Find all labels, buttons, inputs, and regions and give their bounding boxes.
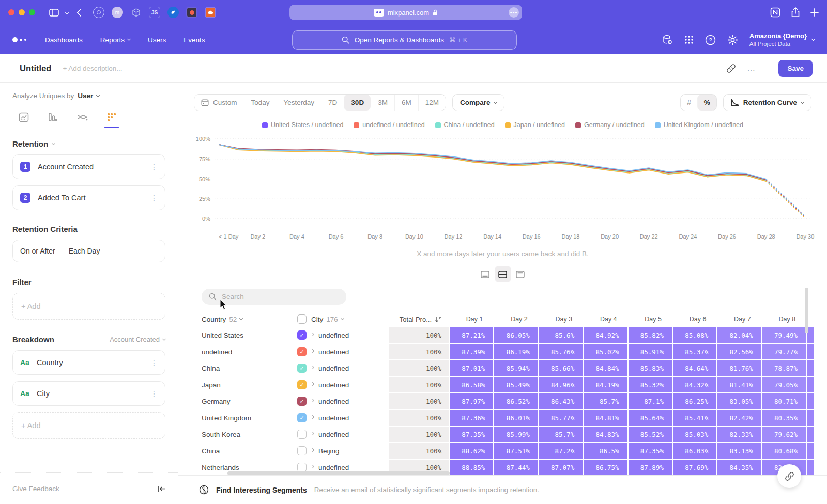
format-percent-button[interactable]: % — [697, 94, 716, 111]
retention-value-cell[interactable]: 80.68% — [762, 443, 806, 459]
retention-value-cell[interactable]: 87.69% — [673, 460, 716, 475]
extension-cloud-icon[interactable] — [205, 7, 216, 18]
retention-value-cell[interactable]: 82.42% — [717, 410, 761, 426]
range-30d[interactable]: 30D — [344, 94, 371, 111]
legend-item[interactable]: Germany / undefined — [575, 121, 645, 129]
legend-item[interactable]: United Kingdom / undefined — [655, 121, 743, 129]
retention-step-2[interactable]: 2 Added To Cart ⋮ — [12, 185, 165, 210]
retention-value-cell[interactable]: 84.84% — [584, 360, 627, 376]
row-series-checkbox[interactable]: ✓ — [297, 347, 307, 356]
retention-value-cell[interactable]: 85.64% — [629, 410, 672, 426]
retention-value-cell[interactable]: 85.52% — [629, 427, 672, 442]
retention-value-cell[interactable]: 88.85% — [450, 460, 493, 475]
retention-value-cell[interactable]: 85.41% — [673, 410, 716, 426]
vertical-scrollbar[interactable] — [805, 288, 808, 333]
criteria-each-day[interactable]: Each Day — [69, 247, 100, 255]
kebab-menu-icon[interactable]: ⋮ — [150, 194, 158, 202]
apps-grid-icon[interactable] — [684, 35, 694, 44]
kebab-menu-icon[interactable]: ⋮ — [150, 358, 158, 367]
retention-value-cell[interactable]: 80.35% — [762, 410, 806, 426]
back-button-icon[interactable] — [76, 9, 81, 17]
select-all-checkbox[interactable]: – — [297, 314, 307, 324]
retention-value-cell[interactable]: 81.41% — [717, 377, 761, 392]
row-expand-chevron-icon[interactable] — [311, 368, 314, 369]
retention-value-cell[interactable]: 84.83% — [584, 427, 627, 442]
sidebar-toggle-icon[interactable] — [49, 9, 59, 17]
legend-item[interactable]: China / undefined — [435, 121, 495, 129]
share-icon[interactable] — [791, 7, 800, 18]
row-series-checkbox[interactable] — [297, 430, 307, 439]
column-header-day[interactable]: Day 4 — [584, 316, 627, 323]
close-window-button[interactable] — [8, 9, 14, 15]
chart-type-selector[interactable]: Retention Curve — [723, 94, 811, 111]
retention-value-cell[interactable]: 84.35% — [717, 460, 761, 475]
retention-value-cell[interactable]: 85.7% — [584, 393, 627, 409]
retention-value-cell[interactable]: 85.6% — [539, 327, 583, 343]
extension-cube-icon[interactable] — [130, 7, 142, 18]
data-management-icon[interactable] — [662, 35, 673, 45]
kebab-menu-icon[interactable]: ⋮ — [150, 389, 158, 398]
tab-flows[interactable] — [73, 108, 91, 128]
view-table-only-button[interactable] — [512, 266, 529, 282]
retention-value-cell[interactable]: 85.37% — [673, 344, 716, 359]
retention-value-cell[interactable]: 82.56% — [717, 344, 761, 359]
retention-value-cell[interactable]: 82.33% — [717, 427, 761, 442]
extension-patreon-icon[interactable] — [186, 7, 197, 18]
retention-value-cell[interactable]: 86.75% — [584, 460, 627, 475]
column-header-day[interactable]: Day 7 — [717, 316, 761, 323]
compare-button[interactable]: Compare — [452, 94, 505, 111]
retention-value-cell[interactable]: 84.96% — [539, 377, 583, 392]
retention-value-cell[interactable]: 85.82% — [629, 327, 672, 343]
retention-value-cell[interactable]: 87.97% — [450, 393, 493, 409]
row-expand-chevron-icon[interactable] — [311, 335, 314, 336]
row-expand-chevron-icon[interactable] — [311, 417, 314, 418]
retention-value-cell[interactable]: 87.21% — [450, 327, 493, 343]
retention-value-cell[interactable]: 87.39% — [450, 344, 493, 359]
retention-value-cell[interactable]: 81.76% — [717, 360, 761, 376]
retention-step-1[interactable]: 1 Account Created ⋮ — [12, 154, 165, 179]
column-header-day[interactable]: Day 3 — [539, 316, 583, 323]
range-7d[interactable]: 7D — [321, 94, 344, 111]
retention-value-cell[interactable]: 84.64% — [673, 360, 716, 376]
range-yesterday[interactable]: Yesterday — [277, 94, 321, 111]
column-header-day[interactable]: Day 2 — [494, 316, 538, 323]
retention-value-cell[interactable]: 85.94% — [494, 360, 538, 376]
retention-value-cell[interactable]: 84.92% — [584, 327, 627, 343]
column-header-country[interactable]: Country52 — [202, 316, 242, 323]
kebab-menu-icon[interactable]: ⋮ — [150, 163, 158, 171]
more-options-button[interactable]: ... — [747, 64, 756, 73]
retention-value-cell[interactable]: 86.03% — [673, 443, 716, 459]
column-header-day[interactable]: Day 8 — [762, 316, 806, 323]
report-title[interactable]: Untitled — [20, 64, 51, 73]
help-icon[interactable]: ? — [705, 35, 716, 45]
criteria-on-or-after[interactable]: On or After — [20, 247, 55, 255]
retention-value-cell[interactable]: 85.99% — [494, 427, 538, 442]
breakdown-country[interactable]: Aa Country ⋮ — [12, 350, 165, 375]
retention-line-chart[interactable] — [215, 134, 811, 231]
column-header-day[interactable]: Day 1 — [450, 316, 493, 323]
range-today[interactable]: Today — [244, 94, 277, 111]
mixpanel-logo[interactable] — [12, 37, 26, 42]
column-header-day[interactable]: Day 5 — [629, 316, 672, 323]
range-6m[interactable]: 6M — [394, 94, 418, 111]
retention-section-title[interactable]: Retention — [12, 139, 48, 148]
global-search-input[interactable]: Open Reports & Dashboards ⌘ + K — [292, 30, 517, 50]
add-filter-button[interactable]: + Add — [12, 293, 165, 320]
retention-value-cell[interactable]: 84.81% — [584, 410, 627, 426]
retention-value-cell[interactable]: 82.04% — [717, 327, 761, 343]
retention-value-cell[interactable]: 85.32% — [629, 377, 672, 392]
retention-value-cell[interactable]: 86.01% — [494, 410, 538, 426]
retention-value-cell[interactable]: 85.7% — [539, 427, 583, 442]
range-custom[interactable]: Custom — [194, 94, 244, 111]
notion-app-icon[interactable] — [770, 7, 780, 18]
share-link-fab[interactable] — [777, 464, 801, 488]
analyze-uniques-value[interactable]: User — [78, 92, 93, 100]
row-expand-chevron-icon[interactable] — [311, 401, 314, 402]
retention-value-cell[interactable]: 85.76% — [539, 344, 583, 359]
tab-funnels[interactable] — [44, 108, 61, 128]
maximize-window-button[interactable] — [29, 9, 35, 15]
copy-link-icon[interactable] — [726, 64, 736, 73]
tab-retention[interactable] — [103, 108, 120, 128]
retention-value-cell[interactable]: 86.5% — [584, 443, 627, 459]
minimize-window-button[interactable] — [19, 9, 25, 15]
